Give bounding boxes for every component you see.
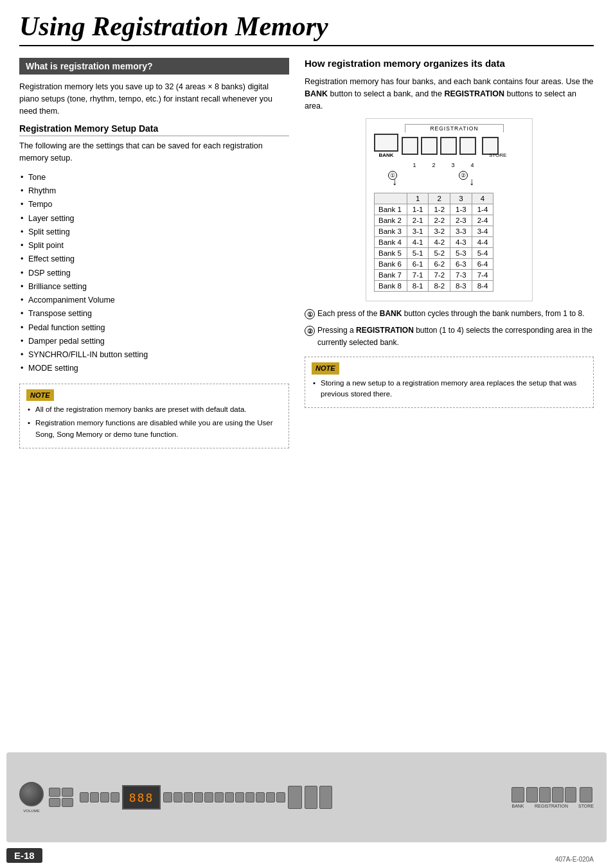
right-intro-text: Registration memory has four banks, and … bbox=[305, 76, 594, 112]
list-item: Split point bbox=[19, 239, 289, 252]
reg-key-btn-1[interactable] bbox=[526, 787, 538, 802]
page-container: Using Registration Memory What is regist… bbox=[0, 0, 613, 868]
table-cell: Bank 8 bbox=[375, 281, 407, 292]
reg-key-btn-4[interactable] bbox=[565, 787, 576, 802]
store-key-button[interactable] bbox=[580, 787, 592, 802]
key-btn[interactable] bbox=[225, 792, 234, 802]
table-cell: 3-3 bbox=[450, 226, 472, 237]
large-btn[interactable] bbox=[288, 786, 302, 809]
col-header-4: 4 bbox=[472, 193, 493, 204]
reg-key-btn-2[interactable] bbox=[539, 787, 551, 802]
keyboard-inner: VOLUME bbox=[6, 752, 607, 842]
twin-btn-1[interactable] bbox=[305, 786, 317, 809]
list-item: Tempo bbox=[19, 198, 289, 211]
table-row: Bank 77-17-27-37-4 bbox=[375, 270, 493, 281]
table-row: Bank 66-16-26-36-4 bbox=[375, 259, 493, 270]
key-btn[interactable] bbox=[194, 792, 203, 802]
twin-btn-2[interactable] bbox=[319, 786, 332, 809]
table-row: Bank 55-15-25-35-4 bbox=[375, 248, 493, 259]
col-left: What is registration memory? Registratio… bbox=[19, 58, 289, 448]
table-cell: 8-4 bbox=[472, 281, 493, 292]
reg-num-3: 3 bbox=[445, 162, 461, 168]
reg-button-3[interactable] bbox=[440, 137, 457, 155]
small-btn[interactable] bbox=[62, 798, 73, 807]
note-list-left: All of the registration memory banks are… bbox=[26, 404, 282, 440]
store-btn-keyboard-area: STORE bbox=[578, 787, 594, 808]
table-cell: 6-1 bbox=[407, 259, 429, 270]
table-cell: Bank 2 bbox=[375, 215, 407, 226]
circle-2: ② bbox=[459, 171, 468, 180]
registration-diagram: REGISTRATION BANK bbox=[305, 118, 594, 301]
key-btn[interactable] bbox=[184, 792, 193, 802]
table-cell: 8-3 bbox=[450, 281, 472, 292]
key-btn[interactable] bbox=[266, 792, 275, 802]
col-right: How registration memory organizes its da… bbox=[305, 58, 594, 448]
registration-top-label: REGISTRATION bbox=[405, 124, 504, 132]
page-footer: E-18 bbox=[6, 848, 42, 863]
small-btn-row-2 bbox=[49, 798, 73, 807]
list-item: Tone bbox=[19, 171, 289, 184]
intro-text: Registration memory lets you save up to … bbox=[19, 81, 289, 117]
key-btn[interactable] bbox=[90, 792, 99, 802]
setup-intro-text: The following are the settings that can … bbox=[19, 140, 289, 164]
key-btn[interactable] bbox=[204, 792, 213, 802]
knob-label: VOLUME bbox=[23, 809, 39, 813]
arrow-down-2: ↓ bbox=[469, 176, 474, 188]
registration-label: REGISTRATION bbox=[535, 804, 568, 808]
key-btn[interactable] bbox=[111, 792, 120, 802]
reg-button-4[interactable] bbox=[459, 137, 476, 155]
table-cell: Bank 5 bbox=[375, 248, 407, 259]
key-btn[interactable] bbox=[80, 792, 89, 802]
key-btn[interactable] bbox=[163, 792, 172, 802]
list-item: SYNCHRO/FILL-IN button setting bbox=[19, 348, 289, 362]
key-btn[interactable] bbox=[215, 792, 224, 802]
volume-knob[interactable] bbox=[19, 782, 44, 806]
table-cell: 8-2 bbox=[429, 281, 450, 292]
key-btn[interactable] bbox=[173, 792, 182, 802]
keyboard-area: VOLUME bbox=[6, 752, 607, 842]
list-item: Effect setting bbox=[19, 252, 289, 266]
numbered-note-1: ① Each press of the BANK button cycles t… bbox=[305, 308, 594, 320]
table-cell: 2-2 bbox=[429, 215, 450, 226]
reg-button-2[interactable] bbox=[421, 137, 438, 155]
doc-code: 407A-E-020A bbox=[555, 856, 594, 863]
table-cell: Bank 3 bbox=[375, 226, 407, 237]
section-header-how: How registration memory organizes its da… bbox=[305, 58, 594, 71]
table-cell: 1-2 bbox=[429, 204, 450, 215]
btn-group-a bbox=[80, 792, 120, 802]
table-header-row: 1 2 3 4 bbox=[375, 193, 493, 204]
bank-button-label: BANK bbox=[374, 152, 398, 158]
small-btn-row-1 bbox=[49, 788, 73, 797]
col-header-1: 1 bbox=[407, 193, 429, 204]
small-btn-group-1 bbox=[49, 788, 73, 807]
bank-button[interactable] bbox=[374, 134, 398, 152]
list-item: Layer setting bbox=[19, 212, 289, 226]
bank-key-button[interactable] bbox=[511, 787, 524, 802]
table-cell: 2-1 bbox=[407, 215, 429, 226]
note-text-2: Pressing a REGISTRATION button (1 to 4) … bbox=[317, 324, 594, 349]
small-btn[interactable] bbox=[62, 788, 73, 797]
table-cell: 2-3 bbox=[450, 215, 472, 226]
list-item: Accompaniment Volume bbox=[19, 294, 289, 307]
small-btn[interactable] bbox=[49, 798, 60, 807]
key-btn[interactable] bbox=[235, 792, 244, 802]
bank-btn-label: BANK bbox=[511, 804, 524, 808]
small-btn[interactable] bbox=[49, 788, 60, 797]
note-label-left: NOTE bbox=[26, 389, 54, 402]
reg-buttons-area bbox=[402, 137, 476, 155]
reg-key-btn-3[interactable] bbox=[552, 787, 564, 802]
list-item: Brilliance setting bbox=[19, 280, 289, 294]
key-btn[interactable] bbox=[256, 792, 265, 802]
table-cell: Bank 4 bbox=[375, 237, 407, 248]
setup-items-list: Tone Rhythm Tempo Layer setting Split se… bbox=[19, 171, 289, 376]
key-btn[interactable] bbox=[276, 792, 285, 802]
table-cell: 4-2 bbox=[429, 237, 450, 248]
key-btn[interactable] bbox=[245, 792, 254, 802]
table-cell: Bank 1 bbox=[375, 204, 407, 215]
btn-group-b bbox=[163, 792, 285, 802]
display-text: 888 bbox=[129, 791, 154, 804]
table-cell: 6-3 bbox=[450, 259, 472, 270]
reg-button-1[interactable] bbox=[402, 137, 418, 155]
key-btn[interactable] bbox=[100, 792, 109, 802]
table-cell: 6-4 bbox=[472, 259, 493, 270]
